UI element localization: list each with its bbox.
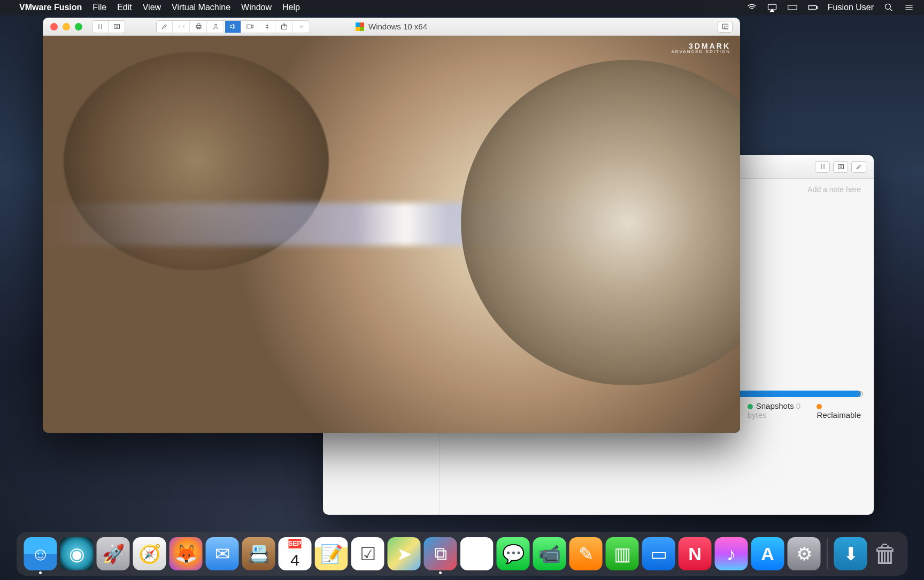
chevron-down-icon[interactable] — [294, 21, 310, 33]
legend-snapshots: Snapshots — [756, 401, 794, 410]
wifi-icon[interactable] — [746, 2, 757, 13]
svg-point-12 — [215, 24, 217, 26]
dock-maps[interactable]: ➤ — [388, 537, 421, 570]
lens-flare — [43, 203, 740, 246]
dock-trash[interactable]: 🗑 — [871, 537, 900, 570]
menu-file[interactable]: File — [93, 3, 106, 12]
zoom-button[interactable] — [75, 23, 82, 30]
window-title: Windows 10 x64 — [356, 22, 427, 31]
dock-launchpad[interactable]: 🚀 — [97, 537, 130, 570]
svg-rect-3 — [817, 6, 818, 8]
camera-icon[interactable] — [242, 21, 258, 33]
menu-view[interactable]: View — [143, 3, 161, 12]
vm-device-group — [156, 20, 310, 33]
share-icon[interactable] — [276, 21, 292, 33]
menu-list-icon[interactable] — [904, 2, 914, 13]
calendar-day: 4 — [290, 551, 299, 569]
svg-point-6 — [840, 166, 842, 168]
pause-button[interactable] — [93, 21, 109, 33]
network-icon[interactable] — [208, 21, 224, 33]
dock-pages[interactable]: ✎ — [569, 537, 603, 570]
usb-icon[interactable] — [259, 21, 275, 33]
dock-downloads[interactable]: ⬇︎ — [834, 537, 867, 570]
minimize-button[interactable] — [63, 23, 70, 30]
dock-safari[interactable]: 🧭 — [133, 537, 166, 570]
dock-vmware-fusion[interactable]: ⧉ — [424, 537, 457, 570]
printer-icon[interactable] — [191, 21, 207, 33]
vm-toolbar: Windows 10 x64 — [43, 18, 740, 36]
dock-reminders[interactable]: ☑︎ — [351, 537, 384, 570]
spotlight-icon[interactable] — [883, 2, 894, 13]
legend-reclaimable: Reclaimable — [817, 410, 861, 419]
dock-facetime[interactable]: 📹 — [533, 537, 566, 570]
svg-rect-15 — [722, 24, 728, 29]
dock-mail[interactable]: ✉︎ — [206, 537, 239, 570]
svg-rect-1 — [788, 5, 797, 10]
snapshot-button[interactable] — [109, 21, 125, 33]
calendar-month: SEP — [288, 539, 301, 548]
menu-edit[interactable]: Edit — [117, 3, 132, 12]
menubar-app-name[interactable]: VMware Fusion — [19, 3, 82, 12]
close-button[interactable] — [50, 23, 58, 30]
svg-rect-2 — [808, 6, 816, 10]
window-traffic-lights — [50, 23, 82, 30]
dock-photos[interactable]: ✿ — [460, 537, 494, 570]
dock: ☺ ◉ 🚀 🧭 🦊 ✉︎ 📇 SEP 4 📝 ☑︎ ➤ ⧉ ✿ 💬 📹 ✎ ▥ … — [17, 532, 908, 576]
menu-virtual-machine[interactable]: Virtual Machine — [172, 3, 230, 12]
dock-calendar[interactable]: SEP 4 — [279, 537, 312, 570]
airplay-icon[interactable] — [767, 2, 777, 13]
dock-numbers[interactable]: ▥ — [606, 537, 639, 570]
dock-messages[interactable]: 💬 — [497, 537, 530, 570]
dock-keynote[interactable]: ▭ — [642, 537, 675, 570]
add-note-placeholder[interactable]: Add a note here — [807, 185, 861, 194]
dock-finder[interactable]: ☺ — [24, 537, 57, 570]
dock-siri[interactable]: ◉ — [60, 537, 94, 570]
dock-notes[interactable]: 📝 — [315, 537, 348, 570]
svg-rect-7 — [114, 25, 119, 29]
dock-system-preferences[interactable]: ⚙︎ — [788, 537, 821, 570]
svg-point-8 — [116, 26, 118, 28]
dock-appstore[interactable]: A — [751, 537, 784, 570]
dock-itunes[interactable]: ♪ — [715, 537, 748, 570]
keyboard-icon[interactable] — [787, 2, 798, 13]
svg-rect-16 — [725, 26, 728, 29]
menubar: VMware Fusion File Edit View Virtual Mac… — [0, 0, 924, 15]
library-snapshot-button[interactable] — [833, 161, 848, 173]
benchmark-watermark: 3DMARK ADVANCED EDITION — [671, 42, 730, 54]
svg-rect-5 — [838, 165, 843, 169]
menu-help[interactable]: Help — [282, 3, 300, 12]
library-settings-button[interactable] — [851, 161, 866, 173]
dock-contacts[interactable]: 📇 — [242, 537, 275, 570]
menubar-user[interactable]: Fusion User — [828, 3, 874, 12]
library-pause-button[interactable] — [815, 161, 830, 173]
vm-power-segment — [92, 20, 125, 33]
expand-icon[interactable] — [174, 21, 190, 33]
vm-window: Windows 10 x64 3DMARK ADVANCED EDITION — [43, 18, 740, 433]
menu-window[interactable]: Window — [241, 3, 272, 12]
battery-icon[interactable] — [807, 2, 818, 13]
svg-rect-9 — [196, 26, 201, 28]
windows-flag-icon — [356, 22, 364, 31]
dock-firefox[interactable]: 🦊 — [170, 537, 203, 570]
svg-rect-13 — [247, 25, 251, 28]
dock-news[interactable]: N — [679, 537, 712, 570]
fullscreen-icon[interactable] — [718, 21, 733, 33]
vm-display[interactable]: 3DMARK ADVANCED EDITION — [43, 36, 740, 433]
dock-separator — [827, 538, 828, 569]
window-title-text: Windows 10 x64 — [368, 22, 427, 31]
svg-rect-10 — [197, 24, 200, 26]
settings-icon[interactable] — [157, 21, 173, 33]
svg-point-4 — [885, 4, 890, 9]
sound-icon[interactable] — [225, 21, 241, 33]
